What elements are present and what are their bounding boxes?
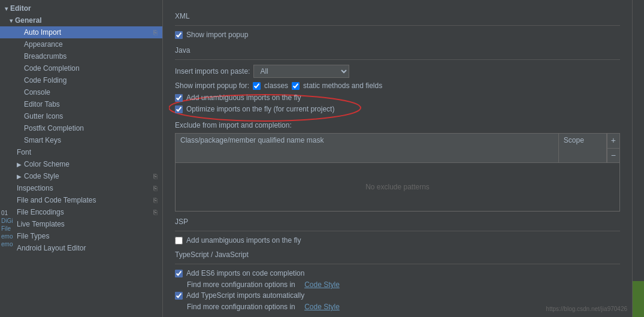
- add-es6-checkbox[interactable]: [175, 270, 183, 277]
- find-more-config-1-row: Find more configuration options in Code …: [187, 280, 620, 289]
- sidebar-item-smart-keys[interactable]: Smart Keys: [0, 134, 162, 146]
- table-col1-header: Class/package/member qualified name mask: [176, 134, 559, 162]
- sidebar-item-label: File and Code Templates: [17, 196, 151, 204]
- sidebar-item-label: Gutter Icons: [24, 112, 158, 120]
- sidebar-item-gutter-icons[interactable]: Gutter Icons: [0, 110, 162, 122]
- sidebar-item-color-scheme[interactable]: ▶ Color Scheme: [0, 158, 162, 170]
- show-import-popup-for-label: Show import popup for:: [175, 81, 249, 90]
- table-remove-button[interactable]: −: [607, 149, 619, 164]
- optimize-imports-row: Optimize imports on the fly (for current…: [175, 105, 334, 113]
- sidebar-item-label: File Encodings: [17, 208, 151, 216]
- sidebar-item-label: Breadcrumbs: [24, 52, 158, 61]
- sidebar-item-android-layout-editor[interactable]: Android Layout Editor: [0, 242, 162, 254]
- sidebar-item-label: Appearance: [24, 40, 158, 49]
- sidebar: ▾ Editor ▾ General Auto Import ⎘ Appeara…: [0, 0, 163, 317]
- sidebar-item-label: Android Layout Editor: [17, 244, 158, 252]
- sidebar-item-label: Color Scheme: [24, 160, 158, 168]
- sidebar-item-file-encodings[interactable]: File Encodings ⎘: [0, 206, 162, 218]
- classes-checkbox[interactable]: [253, 82, 261, 90]
- jsp-add-unambiguous-checkbox[interactable]: [175, 237, 183, 244]
- sidebar-item-label: Auto Import: [24, 28, 151, 37]
- find-more-config-2-row: Find more configuration options in Code …: [187, 303, 620, 311]
- insert-imports-select[interactable]: All Ask Never: [253, 65, 349, 78]
- sidebar-item-postfix-completion[interactable]: Postfix Completion: [0, 122, 162, 134]
- exclude-table: Class/package/member qualified name mask…: [175, 133, 620, 212]
- ts-section-label: TypeScript / JavaScript: [175, 250, 620, 259]
- xml-show-import-popup-row: Show import popup: [175, 31, 620, 39]
- table-col2-header: Scope: [559, 134, 607, 162]
- add-ts-row: Add TypeScript imports automatically: [175, 291, 620, 300]
- sidebar-item-file-code-templates[interactable]: File and Code Templates ⎘: [0, 194, 162, 206]
- show-import-popup-for-row: Show import popup for: classes static me…: [175, 81, 620, 90]
- sidebar-item-label: Live Templates: [17, 220, 158, 228]
- right-panel: [632, 0, 644, 317]
- sidebar-item-label: Code Folding: [24, 76, 158, 84]
- sidebar-item-file-types[interactable]: File Types: [0, 230, 162, 242]
- sidebar-item-inspections[interactable]: Inspections ⎘: [0, 182, 162, 194]
- static-methods-label[interactable]: static methods and fields: [303, 81, 382, 90]
- sidebar-item-console[interactable]: Console: [0, 86, 162, 98]
- chevron-down-icon: ▾: [10, 17, 13, 24]
- add-ts-label[interactable]: Add TypeScript imports automatically: [186, 291, 304, 300]
- sidebar-item-editor[interactable]: ▾ Editor: [0, 2, 162, 14]
- table-header: Class/package/member qualified name mask…: [176, 134, 607, 163]
- table-empty-label: No exclude patterns: [365, 183, 430, 191]
- sidebar-item-label: File Types: [17, 232, 158, 240]
- find-more-config-2-text: Find more configuration options in: [187, 303, 295, 311]
- java-divider: [175, 59, 620, 60]
- sidebar-item-label: Inspections: [17, 184, 151, 192]
- sidebar-item-label: Code Style: [24, 172, 151, 180]
- sidebar-item-auto-import[interactable]: Auto Import ⎘: [0, 26, 162, 38]
- sidebar-item-label: Smart Keys: [24, 136, 158, 144]
- code-style-link-2[interactable]: Code Style: [304, 303, 340, 311]
- add-ts-checkbox[interactable]: [175, 292, 183, 300]
- sidebar-item-label: Font: [17, 148, 158, 156]
- jsp-divider: [175, 231, 620, 231]
- table-actions: + −: [607, 134, 619, 163]
- add-es6-row: Add ES6 imports on code completion: [175, 269, 620, 277]
- exclude-section-label: Exclude from import and completion:: [175, 121, 620, 129]
- annotated-checkboxes: Add unambiguous imports on the fly Optim…: [175, 93, 334, 116]
- sidebar-item-label: Postfix Completion: [24, 124, 158, 132]
- table-header-row: Class/package/member qualified name mask…: [176, 134, 619, 163]
- right-panel-top: [633, 0, 644, 281]
- sidebar-item-code-folding[interactable]: Code Folding: [0, 74, 162, 86]
- optimize-imports-label[interactable]: Optimize imports on the fly (for current…: [186, 105, 334, 113]
- chevron-down-icon: ▾: [5, 5, 8, 12]
- sidebar-item-label: General: [15, 16, 42, 25]
- java-section-label: Java: [175, 46, 620, 55]
- sidebar-item-appearance[interactable]: Appearance: [0, 38, 162, 50]
- sidebar-item-code-style[interactable]: ▶ Code Style ⎘: [0, 170, 162, 182]
- sidebar-item-breadcrumbs[interactable]: Breadcrumbs: [0, 50, 162, 62]
- copy-icon: ⎘: [153, 197, 158, 204]
- optimize-imports-checkbox[interactable]: [175, 105, 183, 113]
- sidebar-item-label: Console: [24, 88, 158, 96]
- jsp-section-label: JSP: [175, 218, 620, 226]
- sidebar-item-editor-tabs[interactable]: Editor Tabs: [0, 98, 162, 110]
- copy-icon: ⎘: [153, 209, 158, 216]
- sidebar-item-code-completion[interactable]: Code Completion: [0, 62, 162, 74]
- jsp-add-unambiguous-label[interactable]: Add unambiguous imports on the fly: [186, 236, 301, 244]
- main-content: XML Show import popup Java Insert import…: [163, 0, 632, 317]
- add-unambiguous-java-label[interactable]: Add unambiguous imports on the fly: [186, 93, 301, 102]
- sidebar-item-general[interactable]: ▾ General: [0, 14, 162, 26]
- code-style-link-1[interactable]: Code Style: [304, 280, 340, 289]
- add-unambiguous-java-checkbox[interactable]: [175, 94, 183, 102]
- classes-label[interactable]: classes: [264, 81, 288, 90]
- insert-imports-row: Insert imports on paste: All Ask Never: [175, 65, 620, 78]
- copy-icon: ⎘: [153, 185, 158, 192]
- xml-show-import-popup-checkbox[interactable]: [175, 31, 183, 39]
- static-methods-checkbox[interactable]: [292, 82, 300, 90]
- right-panel-green-accent: [633, 281, 644, 317]
- xml-section-label: XML: [175, 12, 620, 20]
- insert-imports-label: Insert imports on paste:: [175, 67, 250, 76]
- xml-show-import-popup-label[interactable]: Show import popup: [186, 31, 248, 39]
- sidebar-item-font[interactable]: Font: [0, 146, 162, 158]
- sidebar-item-live-templates[interactable]: Live Templates: [0, 218, 162, 230]
- find-more-config-1-text: Find more configuration options in: [187, 280, 295, 289]
- copy-icon: ⎘: [153, 173, 158, 180]
- table-add-button[interactable]: +: [607, 134, 619, 149]
- add-es6-label[interactable]: Add ES6 imports on code completion: [186, 269, 304, 277]
- sidebar-item-label: Editor: [10, 4, 31, 13]
- table-body: No exclude patterns: [176, 163, 619, 211]
